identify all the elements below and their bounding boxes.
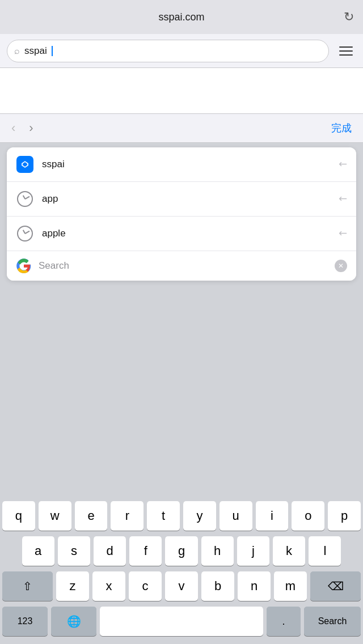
backspace-key[interactable]: ⌫ [310, 571, 361, 601]
nav-arrows: ‹ › [11, 121, 33, 135]
keyboard-row-2: a s d f g h j k l [2, 536, 361, 566]
key-c[interactable]: c [129, 571, 162, 601]
google-logo-icon [16, 258, 32, 274]
numbers-key[interactable]: 123 [2, 607, 48, 636]
suggestion-text-app: app [42, 193, 339, 205]
key-i[interactable]: i [256, 501, 289, 531]
suggestion-text-apple: apple [42, 228, 339, 239]
white-gap [0, 68, 363, 113]
key-m[interactable]: m [274, 571, 307, 601]
key-w[interactable]: w [39, 501, 71, 531]
dot-key[interactable]: . [267, 607, 301, 636]
key-u[interactable]: u [220, 501, 252, 531]
google-clear-button[interactable]: ✕ [335, 260, 347, 272]
key-t[interactable]: t [147, 501, 180, 531]
shift-icon: ⇧ [23, 579, 32, 593]
key-x[interactable]: x [92, 571, 125, 601]
google-search-input[interactable]: Search [39, 260, 328, 272]
done-button[interactable]: 完成 [331, 121, 352, 135]
keyboard: q w e r t y u i o p a s d f g h j k l ⇧ … [0, 497, 363, 644]
key-e[interactable]: e [75, 501, 108, 531]
hamburger-line-3 [339, 54, 353, 56]
google-search-row[interactable]: Search ✕ [7, 251, 356, 281]
key-l[interactable]: l [309, 536, 341, 566]
search-icon: ⌕ [14, 46, 20, 56]
hamburger-line-2 [339, 50, 353, 52]
hamburger-menu-button[interactable] [336, 41, 356, 61]
url-bar: sspai.com ↻ [0, 0, 363, 34]
search-row: ⌕ sspai [0, 34, 363, 68]
key-p[interactable]: p [328, 501, 361, 531]
search-key[interactable]: Search [304, 607, 361, 636]
key-y[interactable]: y [183, 501, 216, 531]
forward-button[interactable]: › [29, 121, 33, 135]
key-a[interactable]: a [22, 536, 54, 566]
keyboard-row-3: ⇧ z x c v b n m ⌫ [2, 571, 361, 601]
url-text[interactable]: sspai.com [158, 11, 204, 23]
globe-icon: 🌐 [67, 615, 81, 628]
key-r[interactable]: r [111, 501, 143, 531]
shift-key[interactable]: ⇧ [2, 571, 53, 601]
nav-bar: ‹ › 完成 [0, 113, 363, 143]
suggestion-apple[interactable]: apple ↗ [7, 217, 356, 251]
key-n[interactable]: n [238, 571, 271, 601]
siri-suggestion-icon [16, 155, 34, 173]
key-d[interactable]: d [94, 536, 126, 566]
search-input-wrapper[interactable]: ⌕ sspai [7, 40, 329, 62]
suggestions-dropdown: sspai ↗ app ↗ apple ↗ [7, 147, 356, 281]
key-j[interactable]: j [237, 536, 269, 566]
key-v[interactable]: v [165, 571, 198, 601]
globe-key[interactable]: 🌐 [51, 607, 96, 636]
suggestion-sspai[interactable]: sspai ↗ [7, 147, 356, 182]
key-k[interactable]: k [273, 536, 305, 566]
text-cursor [52, 46, 53, 56]
search-input-value[interactable]: sspai [24, 45, 47, 57]
key-f[interactable]: f [129, 536, 162, 566]
backspace-icon: ⌫ [328, 579, 344, 593]
suggestion-app[interactable]: app ↗ [7, 182, 356, 217]
keyboard-row-1: q w e r t y u i o p [2, 501, 361, 531]
key-z[interactable]: z [56, 571, 89, 601]
history-icon-apple [16, 224, 34, 243]
key-o[interactable]: o [292, 501, 324, 531]
suggestion-text-sspai: sspai [42, 159, 339, 170]
hamburger-line-1 [339, 46, 353, 48]
reload-button[interactable]: ↻ [344, 10, 354, 24]
key-h[interactable]: h [201, 536, 234, 566]
history-icon-app [16, 190, 34, 208]
key-g[interactable]: g [165, 536, 197, 566]
key-b[interactable]: b [201, 571, 234, 601]
keyboard-row-4: 123 🌐 . Search [2, 607, 361, 636]
key-s[interactable]: s [58, 536, 90, 566]
key-q[interactable]: q [2, 501, 35, 531]
space-key[interactable] [100, 607, 263, 636]
back-button[interactable]: ‹ [11, 121, 15, 135]
